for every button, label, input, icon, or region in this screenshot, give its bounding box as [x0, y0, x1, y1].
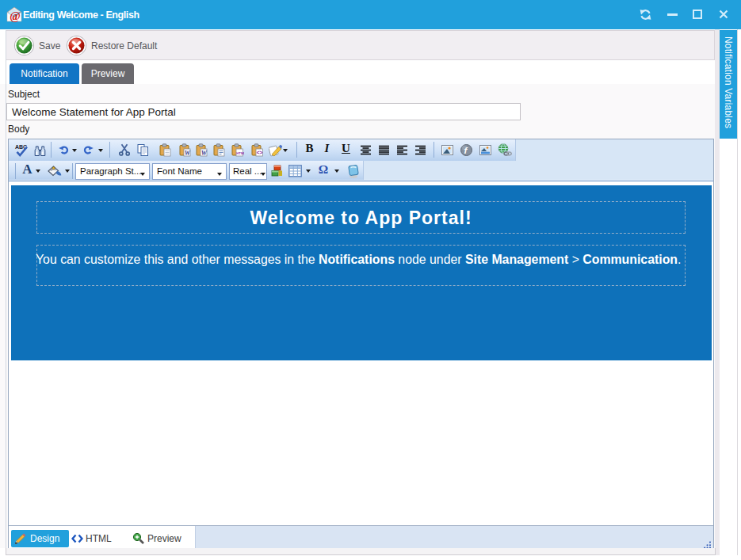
svg-text:HTML: HTML — [236, 151, 244, 155]
svg-text:@: @ — [10, 10, 21, 22]
svg-text:W: W — [185, 150, 191, 157]
svg-text:W: W — [201, 150, 208, 157]
svg-text:<>: <> — [257, 150, 263, 155]
